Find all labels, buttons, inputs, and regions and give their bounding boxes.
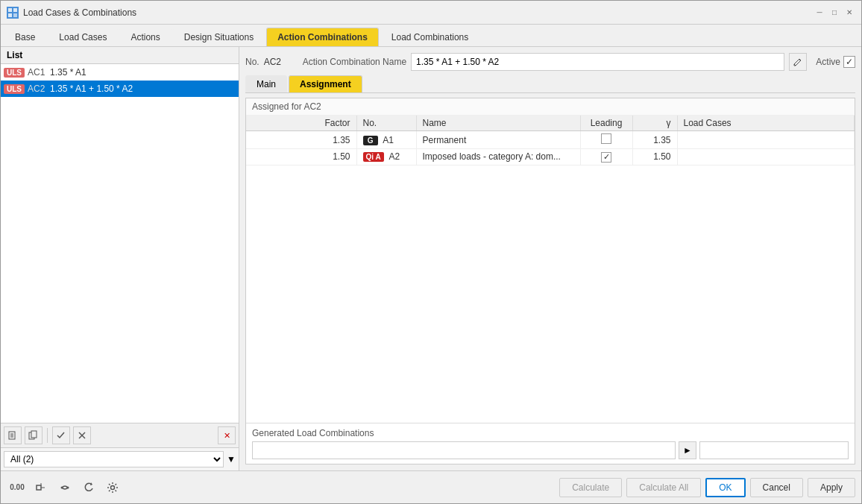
svg-rect-1 — [13, 8, 17, 12]
col-no: No. — [356, 116, 416, 131]
calculate-button[interactable]: Calculate — [559, 478, 622, 497]
list-footer: All (2) ▼ — [1, 447, 239, 470]
row-id: AC2 — [28, 84, 45, 94]
main-tab-bar: Base Load Cases Actions Design Situation… — [1, 25, 861, 47]
list-area: ULS AC1 1.35 * A1 ULS AC2 1.35 * A1 + 1.… — [1, 64, 239, 423]
no-value: AC2 — [264, 57, 294, 67]
name-label: Action Combination Name — [303, 57, 406, 67]
assigned-header: Assigned for AC2 — [246, 98, 855, 116]
active-checkbox[interactable]: ✓ — [843, 56, 855, 68]
cell-factor: 1.50 — [246, 149, 356, 166]
left-panel: List ULS AC1 1.35 * A1 ULS AC2 1.35 * A1… — [1, 47, 239, 470]
inner-tab-bar: Main Assignment — [245, 75, 855, 93]
leading-checkbox[interactable] — [601, 133, 611, 144]
tab-action-combinations[interactable]: Action Combinations — [266, 28, 379, 46]
calculate-all-button[interactable]: Calculate All — [626, 478, 701, 497]
generated-input[interactable] — [252, 441, 676, 459]
tab-load-cases[interactable]: Load Cases — [48, 28, 118, 46]
app-icon — [7, 7, 19, 19]
cell-load-cases — [677, 131, 854, 149]
inner-tab-assignment[interactable]: Assignment — [289, 75, 362, 92]
cell-no: Qi A A2 — [356, 149, 416, 166]
table-row[interactable]: 1.50 Qi A A2 Imposed loads - category A:… — [246, 149, 855, 166]
tab-load-combinations[interactable]: Load Combinations — [380, 28, 479, 46]
cell-factor: 1.35 — [246, 131, 356, 149]
check-all-button[interactable] — [52, 426, 70, 444]
uls-badge: ULS — [4, 84, 25, 94]
list-item[interactable]: ULS AC2 1.35 * A1 + 1.50 * A2 — [1, 81, 239, 97]
bottom-toolbar: 0.00 — [1, 470, 861, 503]
cell-no: G A1 — [356, 131, 416, 149]
active-label: Active — [816, 57, 840, 67]
cell-leading — [580, 131, 632, 149]
cell-gamma: 1.50 — [632, 149, 677, 166]
no-form-group: No. AC2 — [245, 57, 294, 67]
edit-name-button[interactable] — [789, 53, 807, 71]
tab-base[interactable]: Base — [4, 28, 46, 46]
link-tool[interactable] — [54, 477, 75, 498]
generated-arrow-button[interactable]: ► — [679, 441, 696, 459]
ok-button[interactable]: OK — [705, 478, 745, 497]
generated-bar: ► — [252, 441, 849, 459]
generated-section: Generated Load Combinations ► — [246, 423, 855, 464]
close-button[interactable]: ✕ — [843, 7, 855, 19]
list-header: List — [1, 47, 239, 64]
window-title: Load Cases & Combinations — [23, 7, 136, 18]
minimize-button[interactable]: ─ — [814, 7, 825, 19]
right-panel: No. AC2 Action Combination Name — [239, 47, 861, 470]
leading-checkbox-checked[interactable]: ✓ — [601, 152, 611, 163]
svg-point-18 — [61, 486, 63, 488]
cell-leading: ✓ — [580, 149, 632, 166]
duplicate-list-button[interactable] — [25, 426, 43, 444]
empty-space — [246, 166, 855, 423]
assignment-table: Factor No. Name Leading γ Load Cases 1.3… — [246, 116, 855, 166]
col-name: Name — [416, 116, 580, 131]
no-label: No. — [245, 57, 259, 67]
list-item[interactable]: ULS AC1 1.35 * A1 — [1, 64, 239, 81]
active-group: Active ✓ — [816, 56, 855, 68]
cell-name: Imposed loads - category A: dom... — [416, 149, 580, 166]
row-label: 1.35 * A1 — [50, 67, 86, 78]
col-leading: Leading — [580, 116, 632, 131]
inner-tab-main[interactable]: Main — [245, 75, 287, 92]
col-gamma: γ — [632, 116, 677, 131]
cell-load-cases — [677, 149, 854, 166]
main-content: List ULS AC1 1.35 * A1 ULS AC2 1.35 * A1… — [1, 47, 861, 470]
snap-tool[interactable] — [31, 477, 51, 498]
action-badge-g: G — [363, 136, 378, 145]
name-form-group: Action Combination Name — [303, 53, 808, 71]
top-form: No. AC2 Action Combination Name — [245, 53, 855, 71]
apply-button[interactable]: Apply — [808, 478, 855, 497]
tab-design-situations[interactable]: Design Situations — [173, 28, 265, 46]
dropdown-arrow: ▼ — [227, 454, 236, 464]
cell-gamma: 1.35 — [632, 131, 677, 149]
settings-tool[interactable] — [102, 477, 123, 498]
coordinates-tool[interactable]: 0.00 — [7, 477, 28, 498]
new-list-button[interactable] — [4, 426, 22, 444]
toolbar-separator — [47, 428, 48, 443]
col-factor: Factor — [246, 116, 356, 131]
delete-list-button[interactable]: ✕ — [218, 426, 236, 444]
svg-rect-3 — [13, 13, 17, 17]
generated-right-box — [699, 441, 849, 459]
svg-rect-9 — [31, 431, 37, 438]
table-row[interactable]: 1.35 G A1 Permanent 1.35 — [246, 131, 855, 149]
uls-badge: ULS — [4, 68, 25, 78]
cell-name: Permanent — [416, 131, 580, 149]
maximize-button[interactable]: □ — [828, 7, 840, 19]
cancel-button[interactable]: Cancel — [750, 478, 803, 497]
svg-rect-2 — [8, 13, 12, 17]
list-filter-select[interactable]: All (2) — [4, 451, 224, 467]
row-id: AC1 — [28, 67, 45, 78]
rotate-tool[interactable] — [78, 477, 99, 498]
title-bar: Load Cases & Combinations ─ □ ✕ — [1, 1, 861, 25]
row-label: 1.35 * A1 + 1.50 * A2 — [50, 84, 133, 94]
svg-point-20 — [111, 485, 115, 489]
list-toolbar: ✕ — [1, 423, 239, 447]
generated-label: Generated Load Combinations — [252, 428, 849, 441]
svg-rect-15 — [37, 485, 41, 490]
name-input[interactable] — [411, 53, 784, 71]
tab-actions[interactable]: Actions — [119, 28, 171, 46]
action-badge-qia: Qi A — [363, 152, 384, 162]
uncheck-all-button[interactable] — [73, 426, 91, 444]
